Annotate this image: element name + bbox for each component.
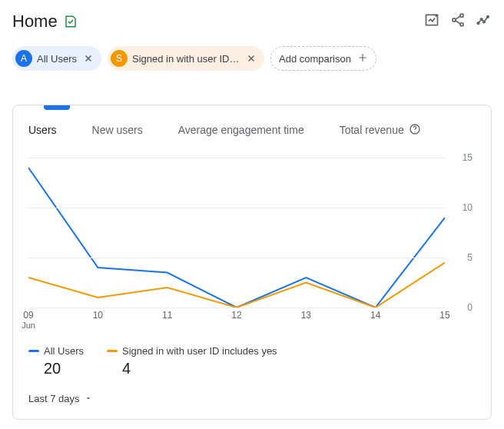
y-tick-label: 0 xyxy=(467,302,472,313)
x-tick-label: 13 xyxy=(301,310,311,321)
metric-tabs: Users New users Average engagement time … xyxy=(28,110,476,150)
report-card: Users New users Average engagement time … xyxy=(12,105,492,420)
legend-name: All Users xyxy=(44,345,84,357)
svg-point-10 xyxy=(414,131,415,131)
close-icon[interactable] xyxy=(81,52,95,65)
chart-x-axis: 09Jun101112131415 xyxy=(28,310,445,334)
legend-item-signed-in: Signed in with user ID includes yes 4 xyxy=(107,345,277,377)
x-tick-label: 10 xyxy=(93,310,103,321)
legend-item-all-users: All Users 20 xyxy=(28,345,84,377)
chips-row: A All Users S Signed in with user ID in…… xyxy=(12,46,492,71)
trend-icon[interactable] xyxy=(476,12,492,31)
tab-users[interactable]: Users xyxy=(28,124,57,136)
legend-swatch xyxy=(107,350,118,352)
x-tick-label: 14 xyxy=(370,310,380,321)
legend-swatch xyxy=(28,350,39,352)
y-tick-label: 15 xyxy=(463,152,472,163)
tab-new-users[interactable]: New users xyxy=(92,124,143,136)
y-tick-label: 10 xyxy=(463,202,472,213)
close-icon[interactable] xyxy=(244,52,258,65)
page-title: Home xyxy=(12,12,58,32)
chevron-down-icon xyxy=(85,393,92,404)
add-comparison-label: Add comparison xyxy=(279,53,351,65)
svg-point-8 xyxy=(487,16,489,18)
chip-avatar: S xyxy=(111,50,128,67)
chart-legend: All Users 20 Signed in with user ID incl… xyxy=(28,345,476,377)
chart-area: 051015 09Jun101112131415 xyxy=(28,158,476,334)
chip-signed-in[interactable]: S Signed in with user ID in… xyxy=(108,46,264,71)
header: Home xyxy=(12,6,492,37)
svg-point-1 xyxy=(436,15,437,16)
insights-icon[interactable] xyxy=(424,12,439,31)
chip-label: All Users xyxy=(37,53,77,65)
page: Home A All Users S Signe xyxy=(0,0,504,426)
chip-avatar: A xyxy=(15,50,32,67)
chip-all-users[interactable]: A All Users xyxy=(12,46,101,71)
plus-icon xyxy=(357,52,368,65)
legend-value: 4 xyxy=(122,360,277,377)
chip-label: Signed in with user ID in… xyxy=(132,53,240,65)
active-tab-indicator xyxy=(44,105,70,110)
header-left: Home xyxy=(12,12,78,32)
chart-plot xyxy=(28,158,445,308)
svg-point-6 xyxy=(480,18,482,21)
x-tick-label: 15 xyxy=(439,310,449,321)
legend-name: Signed in with user ID includes yes xyxy=(122,345,277,357)
x-tick-label: 09Jun xyxy=(22,310,35,330)
chart-y-axis: 051015 xyxy=(448,158,476,308)
tab-total-revenue[interactable]: Total revenue xyxy=(340,123,421,138)
add-comparison-button[interactable]: Add comparison xyxy=(270,46,376,71)
x-tick-label: 11 xyxy=(162,310,172,321)
header-actions xyxy=(424,12,492,31)
share-icon[interactable] xyxy=(450,12,466,31)
help-icon[interactable] xyxy=(409,123,421,138)
legend-value: 20 xyxy=(44,360,84,377)
series-line xyxy=(28,168,445,308)
y-tick-label: 5 xyxy=(467,252,472,263)
tab-avg-engagement[interactable]: Average engagement time xyxy=(178,124,304,136)
tab-label: Total revenue xyxy=(340,124,404,136)
verified-badge-icon xyxy=(64,15,78,28)
svg-point-7 xyxy=(483,21,486,23)
series-line xyxy=(28,263,445,308)
date-range-selector[interactable]: Last 7 days xyxy=(28,393,92,404)
x-tick-label: 12 xyxy=(231,310,241,321)
date-range-label: Last 7 days xyxy=(28,393,80,404)
chart-lines xyxy=(28,158,445,308)
svg-point-5 xyxy=(477,22,479,25)
